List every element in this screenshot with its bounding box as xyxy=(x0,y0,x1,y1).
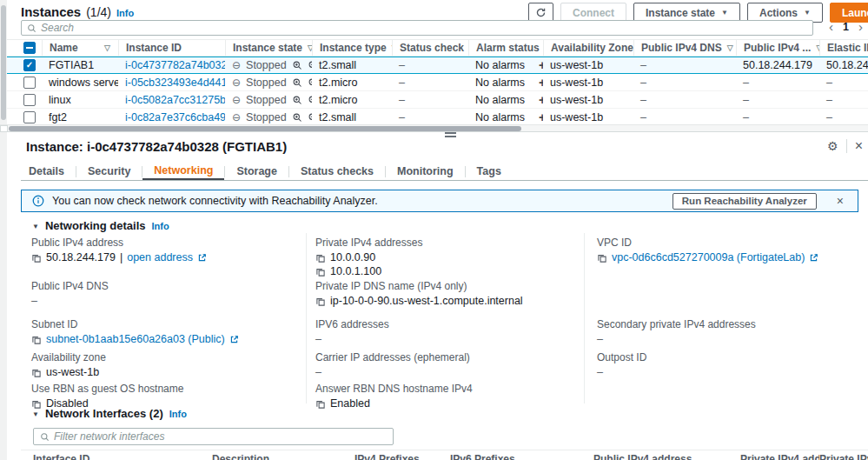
copy-icon[interactable] xyxy=(31,368,42,378)
chevron-down-icon: ▼ xyxy=(721,10,728,17)
copy-icon[interactable] xyxy=(597,253,607,263)
open-address-link[interactable]: open address xyxy=(127,251,193,264)
tab-monitoring[interactable]: Monitoring xyxy=(386,162,465,181)
col-alarm-status: Alarm status xyxy=(476,42,540,54)
instance-type-value: t2.small xyxy=(319,59,356,71)
instance-id-link[interactable]: i-0c5082a7cc31275b0 xyxy=(125,94,225,106)
copy-icon[interactable] xyxy=(31,253,42,263)
launch-instances-label: Launch instances xyxy=(842,7,868,19)
collapse-icon[interactable]: ▼ xyxy=(32,410,39,418)
elastic-ip-value: – xyxy=(826,111,832,123)
sort-icon[interactable]: ▽ xyxy=(104,43,110,52)
separator: | xyxy=(120,251,123,264)
row-checkbox[interactable] xyxy=(23,94,36,106)
sort-icon[interactable]: ▽ xyxy=(727,43,733,52)
col-ipv4-prefixes: IPv4 Prefixes xyxy=(354,453,450,460)
instance-id-link[interactable]: i-0c4737782a74b0328 xyxy=(125,59,225,71)
instances-header: Instances (1/4) Info xyxy=(21,4,134,19)
elastic-ip-value: – xyxy=(826,77,832,89)
collapse-icon[interactable]: ▼ xyxy=(32,223,39,230)
banner-message: You can now check network connectivity w… xyxy=(52,195,378,207)
instance-name: fgt2 xyxy=(49,111,67,123)
close-panel-icon[interactable]: × xyxy=(855,139,863,153)
panel-drag-handle[interactable] xyxy=(445,132,456,137)
search-input[interactable] xyxy=(41,22,807,34)
availability-zone-value: us-west-1b xyxy=(550,77,603,89)
table-header-row: Name▽ Instance ID Instance state▽ Instan… xyxy=(7,39,868,57)
table-row[interactable]: windows server i-05cb323493e4d4410 ⊖ Sto… xyxy=(7,74,868,91)
field-ipv6-addresses: IPV6 addresses – xyxy=(315,315,584,348)
copy-icon[interactable] xyxy=(315,399,326,410)
alarm-status-value: No alarms xyxy=(475,111,525,123)
instance-type-value: t2.micro xyxy=(319,77,357,89)
table-row[interactable]: fgt2 i-0c82a7e37c6cba49b ⊖ Stopped t2.sm… xyxy=(7,109,868,126)
horizontal-scrollbar[interactable] xyxy=(0,124,868,131)
tab-networking[interactable]: Networking xyxy=(142,162,224,181)
instance-id-link[interactable]: i-0c82a7e37c6cba49b xyxy=(125,111,225,123)
run-reachability-analyzer-button[interactable]: Run Reachability Analyzer xyxy=(673,193,817,210)
networking-details-title: Networking details xyxy=(45,219,146,232)
dismiss-banner-icon[interactable]: × xyxy=(837,195,844,207)
refresh-icon xyxy=(535,7,547,18)
public-ipv4-value: 50.18.244.179 xyxy=(46,251,116,264)
instances-count: (1/4) xyxy=(86,5,111,19)
networking-details-info-link[interactable]: Info xyxy=(152,221,169,231)
table-row[interactable]: linux i-0c5082a7cc31275b0 ⊖ Stopped t2.m… xyxy=(7,91,868,109)
table-row[interactable]: ✓ FGTIAB1 i-0c4737782a74b0328 ⊖ Stopped … xyxy=(7,57,868,74)
col-public-ipv4: Public IPv4 ... xyxy=(744,42,811,54)
vertical-scrollbar[interactable] xyxy=(0,0,7,460)
alarm-status-value: No alarms xyxy=(475,59,525,71)
copy-icon[interactable] xyxy=(315,297,326,307)
zoom-in-icon[interactable] xyxy=(292,60,302,70)
col-description: Description xyxy=(212,453,354,460)
availability-zone-value: us-west-1b xyxy=(550,111,603,123)
field-outpost-id: Outpost ID – xyxy=(597,348,858,379)
row-checkbox[interactable]: ✓ xyxy=(23,59,36,71)
tab-security[interactable]: Security xyxy=(76,162,142,181)
next-page-icon[interactable]: › xyxy=(858,19,863,34)
search-icon xyxy=(27,23,36,33)
vpc-link[interactable]: vpc-0d6c6cd527270009a (FortigateLab) xyxy=(612,251,805,264)
instance-state-value: Stopped xyxy=(246,59,287,71)
tab-tags[interactable]: Tags xyxy=(466,162,513,181)
field-empty xyxy=(597,379,858,403)
copy-icon[interactable] xyxy=(315,253,326,263)
instances-info-link[interactable]: Info xyxy=(116,8,134,18)
divider xyxy=(846,139,847,153)
copy-icon[interactable] xyxy=(315,267,326,277)
zoom-in-icon[interactable] xyxy=(292,77,302,88)
external-link-icon xyxy=(229,335,239,344)
select-all-checkbox[interactable] xyxy=(23,42,36,54)
previous-page-icon[interactable]: ‹ xyxy=(829,19,833,34)
networking-details-header: ▼ Networking details Info xyxy=(32,219,169,232)
gear-icon[interactable]: ⚙ xyxy=(827,139,838,153)
copy-icon[interactable] xyxy=(31,335,42,345)
row-checkbox[interactable] xyxy=(23,111,36,123)
vertical-scrollbar-thumb[interactable] xyxy=(1,5,6,120)
network-interfaces-info-link[interactable]: Info xyxy=(169,409,187,419)
instance-id-link[interactable]: i-05cb323493e4d4410 xyxy=(125,77,225,89)
tab-status-checks[interactable]: Status checks xyxy=(289,162,385,181)
alarm-status-value: No alarms xyxy=(475,77,525,89)
instance-detail-title: Instance: i-0c4737782a74b0328 (FGTIAB1) xyxy=(26,139,287,154)
zoom-in-icon[interactable] xyxy=(292,112,302,123)
panel-controls: ⚙ × xyxy=(827,139,863,153)
field-carrier-ip-addresses: Carrier IP addresses (ephemeral) – xyxy=(315,348,584,379)
tab-storage[interactable]: Storage xyxy=(225,162,288,181)
zoom-in-icon[interactable] xyxy=(292,95,302,105)
public-ip-value: – xyxy=(743,111,749,123)
instance-name: windows server xyxy=(49,77,118,89)
row-checkbox[interactable] xyxy=(23,77,36,89)
subnet-link[interactable]: subnet-0b1aab15e60a26a03 (Public) xyxy=(46,333,225,346)
elastic-ip-value: 50.18.244.1 xyxy=(826,59,868,71)
tabs-bottom-border xyxy=(21,180,868,181)
col-interface-id: Interface ID xyxy=(33,453,212,460)
public-ip-value: 50.18.244.179 xyxy=(743,59,812,71)
filter-input[interactable] xyxy=(54,430,387,443)
current-page[interactable]: 1 xyxy=(843,21,849,33)
status-check-value: – xyxy=(399,77,405,89)
availability-zone-value: us-west-1b xyxy=(550,59,603,71)
network-interfaces-header: ▼ Network Interfaces (2) Info xyxy=(32,407,187,420)
tab-details[interactable]: Details xyxy=(17,162,76,181)
connect-label: Connect xyxy=(573,7,614,19)
